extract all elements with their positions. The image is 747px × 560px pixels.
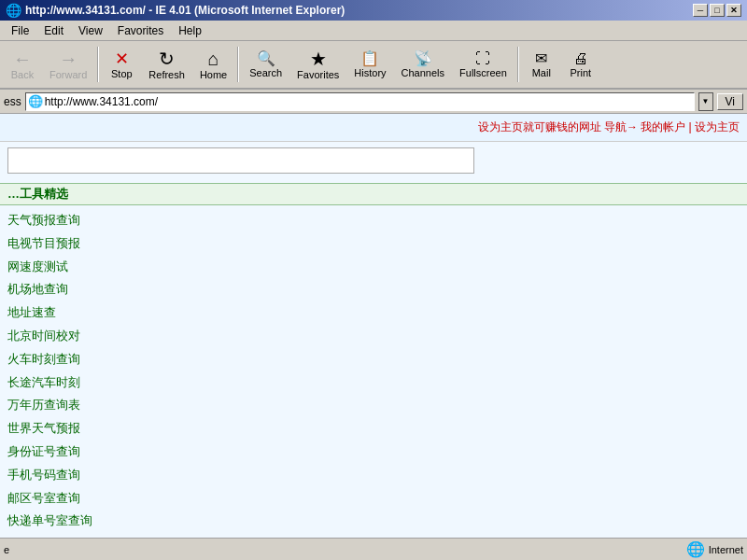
- link-item[interactable]: 邮区号室查询: [7, 487, 740, 511]
- title-bar: 🌐 http://www.34131.com/ - IE 4.01 (Micro…: [0, 0, 747, 21]
- toolbar: ← Back → Forward ✕ Stop ↻ Refresh ⌂ Home…: [0, 41, 747, 90]
- back-label: Back: [11, 69, 34, 80]
- link-item[interactable]: 网速度测试: [7, 256, 740, 279]
- link-item[interactable]: 机场地查询: [7, 278, 740, 301]
- menu-edit[interactable]: Edit: [36, 22, 71, 39]
- toolbar-sep-3: [517, 47, 519, 82]
- status-text: e: [4, 544, 683, 555]
- search-icon: 🔍: [257, 51, 275, 66]
- favorites-icon: ★: [310, 49, 327, 68]
- stop-label: Stop: [111, 68, 133, 79]
- history-icon: 📋: [360, 51, 379, 66]
- link-item[interactable]: 身份证号查询: [7, 441, 740, 464]
- browser-window: 🌐 http://www.34131.com/ - IE 4.01 (Micro…: [0, 0, 747, 560]
- link-item[interactable]: 快递单号室查询: [7, 510, 740, 533]
- tools-section-header: …工具精选: [0, 183, 747, 205]
- title-bar-left: 🌐 http://www.34131.com/ - IE 4.01 (Micro…: [6, 3, 345, 18]
- search-area: [0, 142, 747, 179]
- print-button[interactable]: 🖨 Print: [562, 43, 599, 86]
- menu-file[interactable]: File: [4, 22, 36, 39]
- home-label: Home: [200, 69, 227, 80]
- search-input[interactable]: [7, 147, 474, 174]
- mail-label: Mail: [532, 67, 551, 78]
- link-item[interactable]: 火车时刻查询: [7, 348, 740, 371]
- tools-title: …工具精选: [7, 187, 68, 201]
- home-button[interactable]: ⌂ Home: [193, 43, 233, 86]
- history-button[interactable]: 📋 History: [347, 43, 392, 86]
- close-button[interactable]: ✕: [726, 4, 741, 17]
- maximize-button[interactable]: □: [710, 4, 725, 17]
- address-bar-label: ess: [4, 95, 21, 108]
- print-label: Print: [570, 67, 591, 78]
- address-input[interactable]: [45, 95, 692, 108]
- back-button[interactable]: ← Back: [4, 43, 41, 86]
- stop-button[interactable]: ✕ Stop: [103, 43, 140, 86]
- status-bar: e 🌐 Internet: [0, 538, 747, 560]
- address-input-wrapper: 🌐: [25, 92, 695, 111]
- address-page-icon: 🌐: [28, 94, 43, 108]
- top-banner: 设为主页就可赚钱的网址 导航→ 我的帐户 | 设为主页: [0, 114, 747, 142]
- go-button[interactable]: Vi: [717, 93, 743, 110]
- title-bar-controls: ─ □ ✕: [693, 4, 741, 17]
- forward-label: Forward: [49, 69, 87, 80]
- menu-favorites[interactable]: Favorites: [110, 22, 171, 39]
- link-item[interactable]: 地址速查: [7, 301, 740, 325]
- refresh-label: Refresh: [148, 69, 185, 80]
- link-item[interactable]: 电视节目预报: [7, 232, 740, 256]
- search-label: Search: [249, 67, 282, 78]
- fullscreen-label: Fullscreen: [459, 67, 507, 78]
- status-zone: 🌐 Internet: [686, 540, 743, 558]
- ie-logo-icon: 🌐: [686, 540, 705, 558]
- favorites-label: Favorites: [297, 69, 339, 80]
- channels-icon: 📡: [414, 51, 432, 66]
- link-item[interactable]: 长途汽车时刻: [7, 371, 740, 395]
- fullscreen-icon: ⛶: [475, 51, 490, 66]
- channels-button[interactable]: 📡 Channels: [395, 43, 451, 86]
- menu-help[interactable]: Help: [171, 22, 209, 39]
- minimize-button[interactable]: ─: [693, 4, 708, 17]
- link-item[interactable]: 北京时间校对: [7, 325, 740, 348]
- stop-icon: ✕: [115, 50, 129, 67]
- favorites-button[interactable]: ★ Favorites: [290, 43, 345, 86]
- links-list: 天气预报查询电视节目预报网速度测试机场地查询地址速查北京时间校对火车时刻查询长途…: [0, 205, 747, 537]
- mail-button[interactable]: ✉ Mail: [523, 43, 560, 86]
- link-item[interactable]: 手机号码查询: [7, 464, 740, 487]
- back-icon: ←: [13, 49, 32, 68]
- search-button[interactable]: 🔍 Search: [243, 43, 289, 86]
- menu-view[interactable]: View: [71, 22, 110, 39]
- home-icon: ⌂: [208, 49, 219, 68]
- mail-icon: ✉: [535, 51, 547, 66]
- toolbar-sep-2: [237, 47, 239, 82]
- print-icon: 🖨: [573, 51, 588, 66]
- refresh-button[interactable]: ↻ Refresh: [142, 43, 191, 86]
- channels-label: Channels: [402, 67, 444, 78]
- address-bar: ess 🌐 ▼ Vi: [0, 90, 747, 114]
- content-area: 设为主页就可赚钱的网址 导航→ 我的帐户 | 设为主页 …工具精选 天气预报查询…: [0, 114, 747, 560]
- link-item[interactable]: 天气预报查询: [7, 209, 740, 232]
- refresh-icon: ↻: [159, 49, 175, 68]
- forward-icon: →: [59, 49, 78, 68]
- window-title: http://www.34131.com/ - IE 4.01 (Microso…: [25, 4, 345, 17]
- link-item[interactable]: 世界天气预报: [7, 417, 740, 441]
- page-content: 设为主页就可赚钱的网址 导航→ 我的帐户 | 设为主页 …工具精选 天气预报查询…: [0, 114, 747, 538]
- zone-label: Internet: [709, 544, 743, 555]
- address-dropdown-button[interactable]: ▼: [698, 92, 713, 111]
- menu-bar: File Edit View Favorites Help: [0, 21, 747, 41]
- forward-button[interactable]: → Forward: [43, 43, 93, 86]
- ie-title-icon: 🌐: [6, 3, 21, 18]
- banner-text: 设为主页就可赚钱的网址 导航→ 我的帐户 | 设为主页: [478, 120, 740, 133]
- banner-links: 设为主页就可赚钱的网址 导航→ 我的帐户 | 设为主页: [478, 119, 740, 135]
- fullscreen-button[interactable]: ⛶ Fullscreen: [453, 43, 514, 86]
- toolbar-sep-1: [97, 47, 99, 82]
- link-item[interactable]: 万年历查询表: [7, 394, 740, 417]
- history-label: History: [354, 67, 386, 78]
